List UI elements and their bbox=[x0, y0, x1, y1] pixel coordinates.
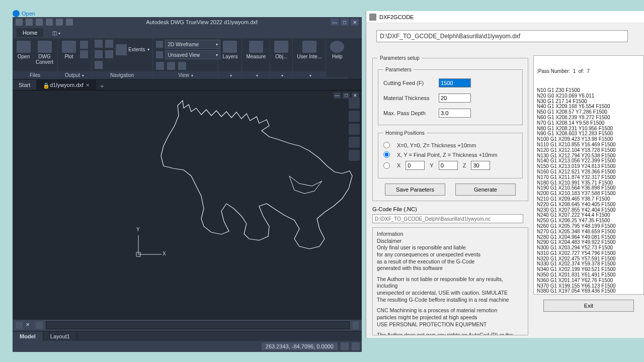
generate-button[interactable]: Generate bbox=[455, 184, 516, 196]
visual-style-icon bbox=[156, 41, 163, 48]
back-icon[interactable] bbox=[95, 50, 103, 58]
homing-x-label: X bbox=[397, 162, 400, 168]
layers-button[interactable]: Layers bbox=[221, 40, 238, 60]
plot-icon bbox=[62, 41, 76, 53]
gcode-file-path[interactable]: D:\DXF_TO_GCODE_Delphi\Basurilla\d1lywyo… bbox=[372, 214, 523, 223]
qat-plot-icon[interactable] bbox=[36, 19, 43, 26]
forward-icon[interactable] bbox=[105, 50, 113, 58]
dwg-convert-icon bbox=[38, 41, 52, 53]
qat-more-icon[interactable] bbox=[66, 19, 73, 26]
zoom-extents-button[interactable]: Extents▾ bbox=[116, 40, 149, 59]
help-icon bbox=[330, 41, 344, 53]
panel-label-obj[interactable]: ▾ bbox=[270, 71, 292, 79]
close-tab-icon[interactable]: ✕ bbox=[86, 82, 90, 88]
max-pass-depth-input[interactable] bbox=[439, 109, 471, 118]
add-tab-button[interactable]: + bbox=[96, 82, 108, 90]
cmd-close-icon[interactable]: ✕ bbox=[26, 322, 33, 329]
zoom-extents-icon bbox=[116, 44, 127, 55]
obj-button[interactable]: Obj... bbox=[273, 40, 289, 60]
panel-label-ui[interactable]: ▾ bbox=[293, 71, 326, 79]
panel-files: Open DWG Convert Files bbox=[13, 38, 58, 79]
ribbon-extra-icon[interactable]: ◫▾ bbox=[52, 30, 60, 36]
open-label: Open bbox=[22, 11, 35, 17]
homing-z-input[interactable] bbox=[471, 161, 490, 170]
panel-output: Plot Output▾ bbox=[58, 38, 92, 79]
homing-x-input[interactable] bbox=[406, 161, 425, 170]
parameters-group: Parameters Cutting Feed (F) Material Thi… bbox=[378, 67, 523, 125]
homing-opt1-radio[interactable] bbox=[383, 142, 390, 148]
status-icon-2[interactable] bbox=[352, 342, 360, 350]
gcode-output[interactable]: ;Pass Number: 1 of: 7 N10 G1 Z30 F1500 N… bbox=[533, 55, 644, 295]
homing-z-label: Z bbox=[463, 162, 466, 168]
ribbon-tabs: Home ◫▾ bbox=[13, 27, 362, 38]
panel-label-measure[interactable]: ▾ bbox=[242, 71, 270, 79]
user-interface-button[interactable]: User Inte... bbox=[296, 40, 323, 60]
tab-start[interactable]: Start bbox=[13, 80, 37, 90]
view-icon-1[interactable] bbox=[156, 62, 164, 70]
legend-homing: Homing Positions bbox=[383, 130, 427, 136]
homing-positions-group: Homing Positions X=0, Y=0, Z= Thickness … bbox=[378, 130, 523, 178]
parameters-setup-group: Parameters setup Parameters Cutting Feed… bbox=[372, 55, 528, 201]
minimize-button[interactable]: — bbox=[331, 19, 339, 26]
tab-model[interactable]: Model bbox=[13, 332, 43, 341]
lock-icon: 🔒 bbox=[43, 82, 48, 87]
status-icon-1[interactable] bbox=[341, 342, 349, 350]
quick-access-toolbar bbox=[16, 19, 73, 26]
panel-label-layers[interactable]: ▾ bbox=[218, 71, 242, 79]
legend-params-setup: Parameters setup bbox=[378, 55, 422, 61]
panel-ui: User Inte... ▾ bbox=[293, 38, 326, 79]
batch-plot-icon[interactable] bbox=[80, 50, 88, 58]
homing-opt1-label: X=0, Y=0, Z= Thickness +10mm bbox=[397, 142, 476, 148]
saved-view-dropdown[interactable]: Unsaved View▾ bbox=[165, 50, 220, 59]
qat-undo-icon[interactable] bbox=[46, 19, 53, 26]
qat-app-icon[interactable] bbox=[16, 19, 23, 26]
legend-params: Parameters bbox=[383, 67, 414, 72]
maximize-button[interactable]: □ bbox=[341, 19, 349, 26]
nav-extra-icon[interactable] bbox=[95, 61, 103, 69]
orbit-icon[interactable] bbox=[105, 40, 113, 48]
homing-opt2-radio[interactable] bbox=[383, 151, 390, 158]
max-pass-depth-label: Max. Pass Depth bbox=[383, 110, 439, 116]
autocad-titlebar: Autodesk DWG TrueView 2022 d1lywyom.dxf … bbox=[13, 17, 362, 27]
cutting-feed-label: Cutting Feed (F) bbox=[383, 80, 439, 86]
view-icon-3[interactable] bbox=[178, 62, 186, 70]
panel-measure: Measure ▾ bbox=[242, 38, 270, 79]
panel-label-output: Output▾ bbox=[58, 71, 91, 79]
file-tabs: Start 🔒 d1lywyom.dxf ✕ + bbox=[13, 79, 362, 90]
pan-icon[interactable] bbox=[95, 40, 103, 48]
dxf-file-path-input[interactable]: D:\DXF_TO_GCODE_Delphi\Basurilla\d1lywyo… bbox=[376, 30, 628, 42]
save-parameters-button[interactable]: Save Paraeters bbox=[385, 184, 445, 196]
visual-style-dropdown[interactable]: 2D Wireframe▾ bbox=[165, 40, 220, 49]
model-space[interactable]: — □ ✕ Y X bbox=[13, 90, 362, 320]
cmd-customize-icon[interactable] bbox=[16, 322, 23, 329]
cutting-feed-input[interactable] bbox=[439, 78, 471, 87]
tab-home[interactable]: Home bbox=[17, 28, 43, 37]
gcode-file-label: G-Code File (.NC) bbox=[372, 206, 528, 212]
open-button[interactable]: Open bbox=[16, 40, 32, 60]
layout-tabs: Model Layout1 bbox=[13, 331, 362, 341]
page-setup-icon[interactable] bbox=[80, 41, 88, 49]
gcode-lines: N10 G1 Z30 F1500 N20 G0 X210.069 Y6.011 … bbox=[537, 88, 640, 295]
cmd-recent-icon[interactable] bbox=[36, 322, 43, 329]
cmd-expand-icon[interactable] bbox=[353, 321, 359, 329]
material-thickness-input[interactable] bbox=[439, 94, 471, 103]
homing-y-input[interactable] bbox=[439, 161, 458, 170]
view-icon-2[interactable] bbox=[167, 62, 175, 70]
material-thickness-label: Material Thickness bbox=[383, 95, 439, 101]
tab-file[interactable]: 🔒 d1lywyom.dxf ✕ bbox=[37, 80, 96, 90]
homing-opt3-radio[interactable] bbox=[383, 162, 390, 169]
qat-open-icon[interactable] bbox=[26, 19, 33, 26]
plot-button[interactable]: Plot bbox=[61, 40, 77, 60]
close-button[interactable]: ✕ bbox=[351, 19, 359, 26]
measure-button[interactable]: Measure bbox=[245, 40, 267, 60]
information-box: Information Disclaimer Only final user i… bbox=[372, 227, 528, 335]
tab-layout1[interactable]: Layout1 bbox=[43, 332, 77, 341]
command-input[interactable] bbox=[46, 321, 350, 329]
ribbon: Open DWG Convert Files Plot Output▾ Exte… bbox=[13, 38, 362, 79]
help-button[interactable]: Help bbox=[329, 40, 345, 60]
exit-button[interactable]: Exit bbox=[543, 300, 634, 312]
status-bar: 263.2343, -84.7096, 0.0000 bbox=[13, 341, 362, 352]
panel-help: Help bbox=[326, 38, 348, 79]
qat-redo-icon[interactable] bbox=[56, 19, 63, 26]
dwg-convert-button[interactable]: DWG Convert bbox=[35, 40, 54, 66]
